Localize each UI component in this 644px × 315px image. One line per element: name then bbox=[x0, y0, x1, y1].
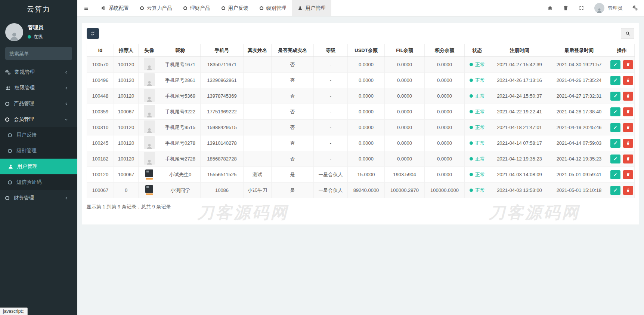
cell-id: 100120 bbox=[87, 167, 114, 183]
delete-button[interactable] bbox=[623, 139, 633, 148]
status-text: 正常 bbox=[475, 171, 485, 178]
trash-icon bbox=[626, 62, 630, 67]
sidebar-item-label: 常规管理 bbox=[15, 69, 35, 76]
column-header: 注册时间 bbox=[490, 44, 549, 57]
cell-usdt-balance: 0.0000 bbox=[348, 104, 385, 120]
cell-last-login-time: 2021-04-30 19:21:57 bbox=[549, 57, 609, 73]
sidebar-item-user-management[interactable]: 用户管理 bbox=[0, 159, 77, 174]
hamburger-icon bbox=[84, 6, 89, 11]
cell-referrer: 0 bbox=[114, 183, 139, 198]
edit-button[interactable] bbox=[610, 155, 620, 163]
delete-button[interactable] bbox=[623, 60, 633, 69]
settings-button[interactable] bbox=[632, 5, 638, 11]
avatar-photo-caption bbox=[146, 178, 153, 180]
circle-icon bbox=[260, 6, 263, 10]
home-button[interactable] bbox=[547, 5, 553, 11]
sidebar-user-status: 在线 bbox=[28, 34, 43, 40]
cell-real-name bbox=[244, 57, 272, 73]
home-icon bbox=[547, 5, 553, 11]
sidebar-item-label: 级别管理 bbox=[16, 147, 37, 154]
table-search-button[interactable] bbox=[621, 28, 634, 39]
sidebar-item-finance[interactable]: 财务管理 bbox=[0, 190, 77, 206]
avatar-cell bbox=[139, 120, 160, 135]
tab-user-feedback[interactable]: 用户反馈 bbox=[216, 0, 254, 16]
tab-level-management[interactable]: 级别管理 bbox=[254, 0, 292, 16]
delete-button[interactable] bbox=[623, 123, 633, 132]
edit-button[interactable] bbox=[610, 186, 620, 195]
column-header: 推荐人 bbox=[114, 44, 139, 57]
trash-icon bbox=[626, 188, 630, 192]
avatar-cell bbox=[139, 73, 160, 88]
tab-wealth-products[interactable]: 理财产品 bbox=[178, 0, 216, 16]
sidebar-item-products[interactable]: 产品管理 bbox=[0, 96, 77, 111]
cell-verified: 否 bbox=[272, 57, 314, 73]
sidebar-item-members[interactable]: 会员管理 bbox=[0, 111, 77, 127]
table-row: 100067 0 小测同学 10086 小试牛刀 是 一星合伙人 89240.0… bbox=[87, 183, 635, 198]
column-header: FIL余额 bbox=[385, 44, 425, 57]
trash-icon bbox=[626, 94, 630, 98]
pencil-icon bbox=[613, 62, 617, 67]
edit-button[interactable] bbox=[610, 170, 620, 179]
cell-fil-balance: 0.0000 bbox=[385, 57, 425, 73]
avatar-photo-image bbox=[145, 185, 153, 193]
clear-cache-button[interactable] bbox=[563, 5, 569, 11]
column-header: 昵称 bbox=[160, 44, 201, 57]
cell-points-balance: 0.0000 bbox=[425, 167, 465, 183]
sidebar-item-level-management[interactable]: 级别管理 bbox=[0, 143, 77, 159]
tab-system-config[interactable]: 系统配置 bbox=[95, 0, 134, 16]
circle-icon bbox=[8, 133, 12, 137]
sidebar-search-input[interactable] bbox=[9, 51, 75, 56]
cell-nickname: 小测同学 bbox=[160, 183, 201, 198]
delete-button[interactable] bbox=[623, 76, 633, 85]
status-dot-icon bbox=[470, 141, 473, 145]
edit-button[interactable] bbox=[610, 123, 620, 132]
cell-actions bbox=[609, 135, 635, 151]
cell-usdt-balance: 0.0000 bbox=[348, 88, 385, 104]
tab-label: 用户管理 bbox=[306, 5, 326, 12]
delete-button[interactable] bbox=[623, 170, 633, 179]
edit-button[interactable] bbox=[610, 76, 620, 85]
avatar-cell bbox=[139, 151, 160, 167]
cell-fil-balance: 0.0000 bbox=[385, 73, 425, 88]
edit-button[interactable] bbox=[610, 107, 620, 116]
tab-user-management[interactable]: 用户管理 bbox=[292, 0, 331, 16]
user-icon bbox=[146, 80, 153, 86]
cell-fil-balance: 0.0000 bbox=[385, 104, 425, 120]
sidebar-item-user-feedback[interactable]: 用户反馈 bbox=[0, 127, 77, 143]
sidebar-toggle-button[interactable] bbox=[77, 0, 95, 16]
pencil-icon bbox=[613, 94, 617, 98]
cell-actions bbox=[609, 167, 635, 183]
edit-button[interactable] bbox=[610, 60, 620, 69]
cell-phone: 13290962861 bbox=[201, 73, 244, 88]
main-area: 系统配置 云算力产品 理财产品 用户反馈 级别管理 用户管理 bbox=[77, 0, 644, 315]
pencil-icon bbox=[613, 141, 617, 145]
circle-icon bbox=[5, 102, 9, 106]
trash-icon bbox=[626, 172, 630, 177]
delete-button[interactable] bbox=[623, 107, 633, 116]
user-icon bbox=[146, 127, 153, 133]
column-header: 最后登录时间 bbox=[549, 44, 609, 57]
cell-id: 100570 bbox=[87, 57, 114, 73]
cell-real-name bbox=[244, 151, 272, 167]
delete-button[interactable] bbox=[623, 92, 633, 101]
users-icon bbox=[5, 85, 11, 91]
circle-icon bbox=[5, 117, 9, 122]
fullscreen-button[interactable] bbox=[579, 5, 584, 11]
cell-phone: 17751969222 bbox=[201, 104, 244, 120]
edit-button[interactable] bbox=[610, 92, 620, 101]
cell-referrer: 100120 bbox=[114, 73, 139, 88]
sidebar-item-permissions[interactable]: 权限管理 bbox=[0, 80, 77, 96]
sidebar-item-general[interactable]: 常规管理 bbox=[0, 64, 77, 80]
sidebar-item-sms-code[interactable]: 短信验证码 bbox=[0, 174, 77, 190]
delete-button[interactable] bbox=[623, 155, 633, 163]
cell-phone: 15556511525 bbox=[201, 167, 244, 183]
status-text: 正常 bbox=[475, 140, 485, 147]
navbar-user-menu[interactable]: 管理员 bbox=[594, 3, 622, 13]
refresh-button[interactable] bbox=[87, 28, 99, 39]
avatar-cell bbox=[139, 104, 160, 120]
pencil-icon bbox=[613, 188, 617, 192]
cell-nickname: 手机尾号9515 bbox=[160, 120, 201, 135]
edit-button[interactable] bbox=[610, 139, 620, 148]
delete-button[interactable] bbox=[623, 186, 633, 195]
tab-cloud-power-products[interactable]: 云算力产品 bbox=[134, 0, 178, 16]
